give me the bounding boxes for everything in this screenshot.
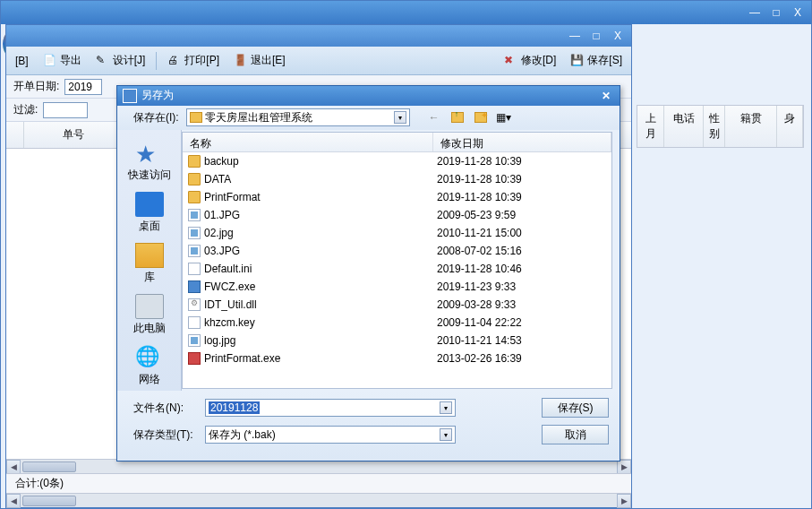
inner-minimize-button[interactable]: — [565,28,585,44]
filename-input[interactable]: 20191128 [209,401,260,414]
dialog-icon [123,89,137,103]
date-input[interactable] [64,79,102,95]
file-name: 01.JPG [204,209,240,221]
file-name: backup [204,155,239,168]
save-button[interactable]: 保存(S) [542,398,609,418]
file-row[interactable]: khzcm.key2009-11-04 22:22 [183,314,611,332]
place-quick-access[interactable]: ★快速访问 [123,137,176,186]
file-date: 2013-02-26 16:39 [433,352,611,365]
place-libraries[interactable]: 库 [123,239,176,289]
toolbar-item-save[interactable]: 💾保存[S] [567,51,626,70]
file-list[interactable]: backup2019-11-28 10:39DATA2019-11-28 10:… [183,152,611,388]
h-scrollbar-2: ◀ ▶ [6,493,631,507]
rar-icon [188,352,201,365]
toolbar-item-b[interactable]: [B] [12,53,32,69]
scroll-thumb[interactable] [22,462,76,472]
back-button[interactable]: ← [426,109,442,125]
grid-header-id[interactable]: 单号 [24,122,123,148]
jpg-icon [188,227,201,239]
col-date[interactable]: 修改日期 [433,133,611,151]
jpg-icon [188,209,201,221]
toolbar-item-exit[interactable]: 🚪退出[E] [230,51,289,70]
file-row[interactable]: 03.JPG2008-07-02 15:16 [183,242,611,260]
folder-icon [188,173,201,185]
summary-bar: 合计:(0条) [6,473,631,493]
file-name: DATA [204,173,231,185]
file-name: FWCZ.exe [204,280,255,293]
file-row[interactable]: log.jpg2010-11-21 14:53 [183,332,611,349]
new-folder-button[interactable]: ✦ [473,109,489,125]
toolbar: [B] 📄导出 ✎设计[J] 🖨打印[P] 🚪退出[E] ✖修改[D] 💾保存[… [6,47,631,75]
col-gender[interactable]: 性别 [704,106,725,147]
chevron-down-icon[interactable]: ▾ [440,401,452,414]
col-month[interactable]: 上月 [637,106,664,147]
file-name: PrintFormat.exe [204,352,280,365]
file-name: 03.JPG [204,245,240,257]
pc-icon [135,294,164,319]
up-folder-button[interactable]: ↑ [449,109,466,125]
grid-header-blank[interactable] [6,122,24,148]
scroll-left-button[interactable]: ◀ [6,460,21,474]
chevron-down-icon[interactable]: ▾ [440,428,452,441]
places-bar: ★快速访问 桌面 库 此电脑 🌐网络 [117,130,182,391]
file-name: Default.ini [204,263,252,275]
file-row[interactable]: IDT_Util.dll2009-03-28 9:33 [183,296,611,314]
col-name[interactable]: 名称 [183,133,433,151]
filter-input[interactable] [43,102,88,118]
place-network[interactable]: 🌐网络 [123,341,176,391]
jpg-icon [188,334,201,347]
filename-combo[interactable]: 20191128 ▾ [205,399,456,417]
toolbar-item-design[interactable]: ✎设计[J] [92,51,150,70]
close-button[interactable]: X [788,4,808,21]
file-row[interactable]: PrintFormat2019-11-28 10:39 [183,188,611,206]
col-id[interactable]: 身 [777,106,803,147]
scroll-thumb-2[interactable] [22,496,76,506]
minimize-button[interactable]: — [745,4,765,21]
col-origin[interactable]: 籍贯 [725,106,777,147]
file-row[interactable]: DATA2019-11-28 10:39 [183,170,611,188]
view-menu-button[interactable]: ▦▾ [496,109,512,125]
file-date: 2009-05-23 9:59 [433,209,611,221]
file-date: 2009-11-04 22:22 [433,316,611,329]
file-date: 2019-11-28 10:39 [433,155,611,168]
col-phone[interactable]: 电话 [664,106,704,147]
scroll-right-button[interactable]: ▶ [617,460,631,474]
star-icon: ★ [135,141,164,166]
file-row[interactable]: 01.JPG2009-05-23 9:59 [183,206,611,224]
file-date: 2009-03-28 9:33 [433,298,611,311]
cancel-button[interactable]: 取消 [542,425,609,444]
key-icon [188,316,201,329]
file-row[interactable]: backup2019-11-28 10:39 [183,152,611,170]
export-icon: 📄 [43,54,57,68]
file-row[interactable]: PrintFormat.exe2013-02-26 16:39 [183,349,611,367]
filetype-combo[interactable]: 保存为 (*.bak) ▾ [205,426,456,444]
place-desktop[interactable]: 桌面 [123,188,176,237]
place-this-pc[interactable]: 此电脑 [123,290,176,340]
filename-label: 文件名(N): [133,401,196,416]
file-row[interactable]: FWCZ.exe2019-11-23 9:33 [183,278,611,296]
toolbar-item-print[interactable]: 🖨打印[P] [164,51,223,70]
maximize-button[interactable]: □ [766,4,786,21]
filter-label: 过滤: [13,102,38,117]
file-name: IDT_Util.dll [204,298,257,311]
jpg-icon [188,245,201,257]
scroll-track-2[interactable] [21,494,617,507]
dialog-bottom: 文件名(N): 20191128 ▾ 保存(S) 保存类型(T): 保存为 (*… [117,391,620,461]
dialog-close-button[interactable]: ✕ [598,89,614,103]
toolbar-item-export[interactable]: 📄导出 [39,51,85,70]
inner-close-button[interactable]: X [608,28,628,44]
chevron-down-icon[interactable]: ▾ [394,111,406,124]
file-date: 2019-11-23 9:33 [433,280,611,293]
location-combo[interactable]: 零天房屋出租管理系统 ▾ [186,108,410,126]
file-row[interactable]: Default.ini2019-11-28 10:46 [183,260,611,278]
scroll-track[interactable] [21,460,617,473]
toolbar-item-modify[interactable]: ✖修改[D] [500,51,560,70]
save-icon: 💾 [570,54,585,68]
file-name: PrintFormat [204,191,261,203]
scroll-right-button-2[interactable]: ▶ [617,494,631,508]
inner-maximize-button[interactable]: □ [586,28,606,44]
folder-icon [190,112,202,123]
scroll-left-button-2[interactable]: ◀ [6,494,21,508]
right-grid-header: 上月 电话 性别 籍贯 身 [637,105,804,148]
file-row[interactable]: 02.jpg2010-11-21 15:00 [183,224,611,242]
